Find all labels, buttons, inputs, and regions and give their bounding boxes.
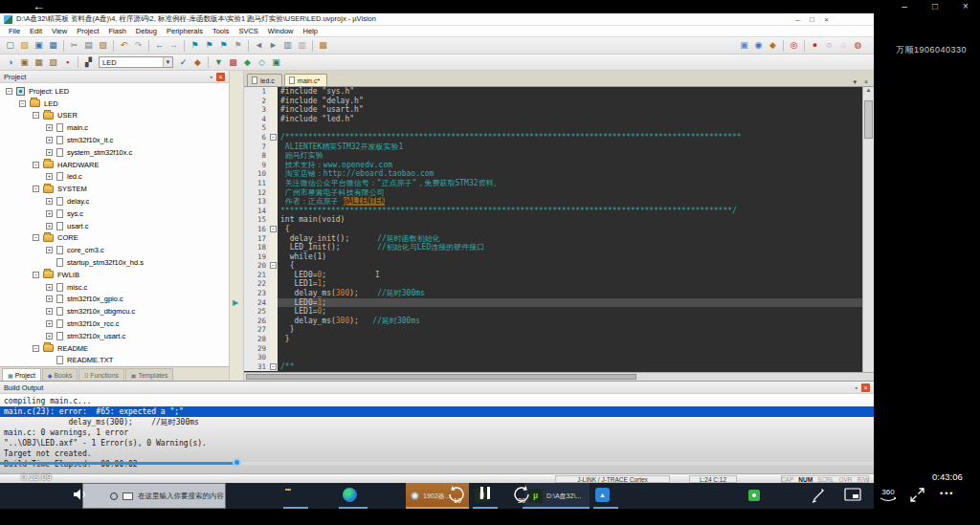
scrollbar-thumb[interactable] [246, 374, 636, 380]
tree-item-stm32f10x-usart-c[interactable]: +stm32f10x_usart.c [0, 330, 229, 342]
menu-peripherals[interactable]: Peripherals [162, 26, 208, 37]
breakpoint-kill-all-icon[interactable]: ◍ [852, 39, 864, 52]
tools-config-icon[interactable]: ◆ [767, 39, 779, 52]
edge-browser-icon[interactable] [343, 488, 357, 502]
code-area[interactable]: 1#include "sys.h"2#include "delay.h"3#in… [244, 87, 874, 372]
code-line-7[interactable]: 7 ALIENTEK精英STM32开发板实验1 [244, 142, 874, 152]
pin-icon[interactable]: ▪ [211, 74, 212, 80]
tree-expander-icon[interactable]: + [46, 223, 53, 230]
menu-edit[interactable]: Edit [25, 26, 47, 37]
manage-rte-icon[interactable]: ◆ [241, 56, 254, 69]
binoculars-icon[interactable]: ▞ [82, 56, 95, 69]
code-line-18[interactable]: 18 LED_Init(); //初始化与LED连接的硬件接口 [244, 243, 874, 252]
code-line-6[interactable]: 6−/*************************************… [244, 133, 874, 142]
code-line-19[interactable]: 19 while(1) [244, 252, 874, 262]
player-back-icon[interactable]: ← [33, 0, 45, 13]
bookmark-prev-icon[interactable]: ⚑ [203, 39, 215, 52]
panel-tab-books[interactable]: ◆Books [42, 368, 78, 381]
tree-expander-icon[interactable]: − [33, 186, 39, 192]
tree-expander-icon[interactable]: − [33, 234, 39, 241]
menu-flash[interactable]: Flash [104, 26, 131, 37]
maximize-icon[interactable]: □ [928, 0, 942, 13]
tree-expander-icon[interactable]: − [6, 88, 12, 95]
flash-erase-icon[interactable]: ▩ [227, 56, 239, 69]
build-log-line[interactable]: compiling main.c... [0, 396, 874, 406]
panel-splitter[interactable]: ▶ [230, 71, 244, 381]
panel-tab-functions[interactable]: {}Functions [78, 368, 123, 381]
build-log-line[interactable]: Target not created. [0, 448, 874, 459]
bookmark-clear-all-icon[interactable]: ⚑ [232, 39, 244, 52]
picture-in-picture-icon[interactable] [844, 488, 861, 505]
menu-window[interactable]: Window [263, 26, 299, 37]
cut-icon[interactable]: ✂ [68, 39, 80, 52]
tree-expander-icon[interactable]: − [33, 272, 39, 278]
indent-right-icon[interactable]: ► [267, 39, 279, 52]
tree-expander-icon[interactable]: + [46, 210, 53, 217]
skip-forward-30-button[interactable]: 30 [511, 484, 532, 509]
paste-icon[interactable]: ▧ [97, 39, 109, 52]
open-file-icon[interactable]: ▨ [18, 39, 31, 52]
tree-item-startup-stm32f10x-hd-s[interactable]: startup_stm32f10x_hd.s [0, 256, 229, 269]
code-line-1[interactable]: 1#include "sys.h" [244, 87, 874, 97]
editor-vertical-scrollbar[interactable]: ▲ [862, 87, 874, 372]
scrollbar-thumb[interactable] [864, 100, 873, 139]
video-progress-bar[interactable] [0, 462, 874, 465]
code-line-8[interactable]: 8 跑马灯实验 [244, 151, 874, 161]
build-target-icon[interactable]: ▣ [18, 56, 31, 69]
code-line-10[interactable]: 10 淘宝店铺：http://eboard.taobao.com [244, 169, 874, 179]
redo-icon[interactable]: ↷ [132, 39, 145, 52]
options-for-target-icon[interactable]: ✓ [177, 56, 189, 69]
code-line-9[interactable]: 9 技术支持：www.openedv.com [244, 161, 874, 170]
fold-collapse-icon[interactable]: − [270, 226, 277, 232]
code-line-12[interactable]: 12 广州市星翼电子科技有限公司 [244, 188, 874, 198]
tree-item-stm32f10x-rcc-c[interactable]: +stm32f10x_rcc.c [0, 317, 229, 330]
tree-item-stm32f10x-gpio-c[interactable]: +stm32f10x_gpio.c [0, 294, 229, 306]
code-line-13[interactable]: 13 作者：正点原子 @ALIENTEK [244, 197, 874, 207]
tree-expander-icon[interactable]: + [46, 124, 53, 131]
volume-icon[interactable] [73, 488, 88, 505]
copy-icon[interactable]: ▤ [82, 39, 95, 52]
code-line-23[interactable]: 23 delay_ms(300); //延时300ms [244, 289, 874, 298]
menu-tools[interactable]: Tools [208, 26, 234, 37]
more-options-icon[interactable]: ••• [940, 486, 954, 501]
tree-item-readme-txt[interactable]: README.TXT [0, 355, 229, 366]
tab-list-dropdown-icon[interactable]: ▾ [853, 78, 857, 86]
tree-item-system[interactable]: −SYSTEM [0, 183, 229, 195]
code-line-29[interactable]: 29 [244, 344, 874, 354]
blue-app-icon[interactable]: ▲ [595, 488, 610, 502]
uvision-minimize-icon[interactable]: – [791, 13, 805, 26]
tree-expander-icon[interactable]: − [19, 100, 26, 107]
uvision-maximize-icon[interactable]: □ [805, 13, 819, 26]
code-line-15[interactable]: 15int main(void) [244, 215, 874, 225]
tree-item-system-stm32f10x-c[interactable]: +system_stm32f10x.c [0, 146, 229, 159]
tree-item-usart-c[interactable]: +usart.c [0, 220, 229, 232]
menu-help[interactable]: Help [299, 26, 323, 37]
bookmark-next-icon[interactable]: ⚑ [217, 39, 230, 52]
progress-handle[interactable] [233, 458, 241, 467]
pause-button[interactable] [480, 487, 490, 499]
tree-item-stm32f10x-it-c[interactable]: +stm32f10x_it.c [0, 134, 229, 146]
breakpoint-insert-icon[interactable]: ● [809, 39, 821, 52]
tree-expander-icon[interactable]: + [46, 247, 53, 253]
tree-expander-icon[interactable]: + [46, 149, 53, 156]
build-log-line[interactable]: main.c: 0 warnings, 1 error [0, 427, 874, 438]
stop-build-icon[interactable]: ▪ [61, 56, 74, 69]
keil-project-taskbar-button[interactable]: µ D:\A盘32\... [524, 483, 590, 509]
code-line-2[interactable]: 2#include "delay.h" [244, 97, 874, 106]
find-in-files-icon[interactable]: ▩ [317, 39, 329, 52]
tree-item-core[interactable]: −CORE [0, 232, 229, 245]
fold-collapse-icon[interactable]: − [270, 134, 277, 141]
tree-item-misc-c[interactable]: +misc.c [0, 281, 229, 294]
code-line-31[interactable]: 31−/** [244, 362, 874, 372]
minimize-icon[interactable]: – [898, 0, 911, 13]
menu-svcs[interactable]: SVCS [234, 26, 262, 37]
tree-expander-icon[interactable]: + [46, 295, 53, 302]
indent-left-icon[interactable]: ◄ [253, 39, 265, 52]
build-log-line[interactable]: delay_ms(300); //延时300ms [0, 417, 874, 427]
code-line-24[interactable]: 24 LED0=1; [244, 298, 874, 308]
batch-build-icon[interactable]: ▧ [47, 56, 59, 69]
tree-expander-icon[interactable]: − [33, 162, 39, 168]
task-list-icon[interactable]: ▣ [738, 39, 750, 52]
target-select[interactable]: LED ▼ [99, 56, 173, 68]
code-line-21[interactable]: 21 LED0=0;I [244, 271, 874, 280]
